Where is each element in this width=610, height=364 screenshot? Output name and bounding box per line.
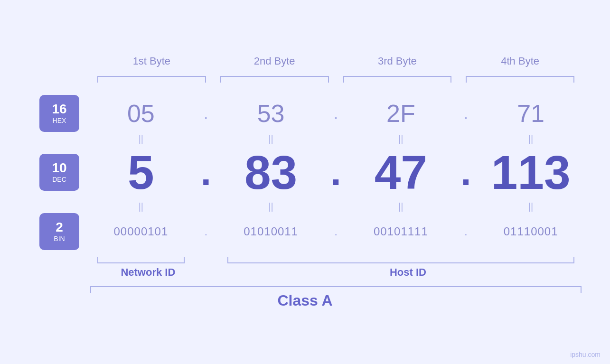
watermark: ipshu.com <box>570 351 601 358</box>
bottom-brackets <box>28 254 582 263</box>
byte-label-3: 3rd Byte <box>336 55 459 71</box>
top-brackets <box>28 76 582 85</box>
class-bracket <box>90 286 582 287</box>
dec-dot-3: . <box>451 150 480 194</box>
network-id-label: Network ID <box>90 266 206 279</box>
bracket-1 <box>97 76 206 85</box>
host-id-label: Host ID <box>235 266 582 279</box>
dec-byte-4: 113 <box>480 145 582 200</box>
equals-5: || <box>90 202 192 211</box>
equals-7: || <box>350 202 452 211</box>
hex-byte-2: 53 <box>220 99 322 128</box>
byte-label-2: 2nd Byte <box>213 55 336 71</box>
equals-row-2: || || || || <box>28 202 582 211</box>
class-section: Class A <box>28 286 582 309</box>
network-id-bracket <box>97 254 185 263</box>
equals-4: || <box>480 134 582 143</box>
equals-3: || <box>350 134 452 143</box>
bin-dot-1: . <box>192 224 220 239</box>
byte-label-4: 4th Byte <box>459 55 582 71</box>
equals-6: || <box>220 202 322 211</box>
bin-row: 2 BIN 00000101 . 01010011 . 00101111 . 0… <box>28 213 582 250</box>
hex-byte-1: 05 <box>90 99 192 128</box>
equals-8: || <box>480 202 582 211</box>
class-label: Class A <box>28 292 582 309</box>
bin-dot-2: . <box>322 224 350 239</box>
byte-headers: 1st Byte 2nd Byte 3rd Byte 4th Byte <box>28 55 582 71</box>
main-container: 1st Byte 2nd Byte 3rd Byte 4th Byte 16 H… <box>0 0 610 364</box>
bracket-4 <box>466 76 574 85</box>
bin-byte-1: 00000101 <box>90 225 192 238</box>
dec-byte-1: 5 <box>90 145 192 200</box>
host-id-bracket <box>227 254 574 263</box>
dec-byte-3: 47 <box>350 145 452 200</box>
bin-byte-3: 00101111 <box>350 225 452 238</box>
bracket-3 <box>343 76 452 85</box>
byte-label-1: 1st Byte <box>90 55 213 71</box>
equals-row-1: || || || || <box>28 134 582 143</box>
hex-byte-4: 71 <box>480 99 582 128</box>
bin-dot-3: . <box>451 224 480 239</box>
bin-badge: 2 BIN <box>39 213 79 250</box>
hex-dot-3: . <box>451 103 480 123</box>
dec-byte-2: 83 <box>220 145 322 200</box>
equals-2: || <box>220 134 322 143</box>
hex-badge: 16 HEX <box>39 95 79 132</box>
dec-row: 10 DEC 5 . 83 . 47 . 113 <box>28 145 582 200</box>
dec-dot-1: . <box>192 150 220 194</box>
dec-badge: 10 DEC <box>39 154 79 191</box>
dec-dot-2: . <box>322 150 350 194</box>
hex-dot-2: . <box>322 103 350 123</box>
bracket-2 <box>220 76 329 85</box>
equals-1: || <box>90 134 192 143</box>
bin-byte-2: 01010011 <box>220 225 322 238</box>
hex-row: 16 HEX 05 . 53 . 2F . 71 <box>28 95 582 132</box>
id-labels: Network ID Host ID <box>28 266 582 279</box>
bin-byte-4: 01110001 <box>480 225 582 238</box>
hex-dot-1: . <box>192 103 220 123</box>
hex-byte-3: 2F <box>350 99 452 128</box>
